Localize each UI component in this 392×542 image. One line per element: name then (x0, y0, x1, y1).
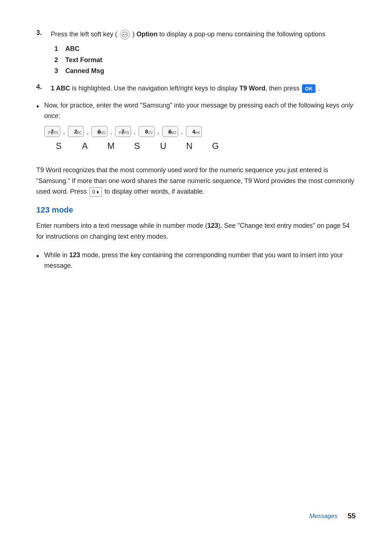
softkey-option-icon (120, 29, 130, 40)
para1-end: display other words, if available. (112, 188, 204, 195)
sep-2: , (87, 126, 89, 137)
bullet-dot-1: • (36, 100, 39, 158)
key-7pqrs-2: 7 PQRS (115, 126, 131, 137)
numbered-item-4: 4. 1 ABC is highlighted. Use the navigat… (36, 83, 356, 94)
paragraph-t9word: T9 Word recognizes that the most commonl… (36, 165, 356, 197)
key-4ghi: 4 GHI (186, 126, 202, 137)
sep-1: , (63, 126, 65, 137)
item-3-text-1: Press the left soft key ( (51, 31, 117, 38)
keys-row: 7 PQRS , 2 ABC , 6 MNO , 7 PQRS , (44, 126, 356, 137)
letter-a: A (72, 139, 98, 153)
bullet-item-123mode: • While in 123 mode, press the key conta… (36, 250, 356, 271)
letter-n: N (176, 139, 203, 153)
key-0-badge: 0 ♦ (89, 187, 102, 197)
letter-m: M (98, 139, 124, 153)
letter-s1: S (46, 139, 72, 153)
bullet-2-content: While in 123 mode, press the key contain… (44, 250, 356, 271)
key-6mno-2: 6 MNO (162, 126, 178, 137)
sub-label-textformat: Text Format (65, 54, 102, 66)
svg-point-0 (123, 34, 124, 35)
key-8tuv: 8 TUV (139, 126, 155, 137)
sep-6: , (181, 126, 183, 137)
letter-g: G (203, 139, 229, 153)
section-heading-123mode: 123 mode (36, 205, 356, 215)
numbered-item-3: 3. Press the left soft key ( ) Option to… (36, 29, 356, 77)
sep-4: , (134, 126, 136, 137)
key-2abc: 2 ABC (68, 126, 84, 137)
bullet-dot-2: • (36, 250, 39, 271)
sep-3: , (110, 126, 112, 137)
para2-123-bold: 123 (207, 222, 218, 229)
bullet-1-text: Now, for practice, enter the word "Samsu… (44, 102, 353, 120)
letter-u: U (150, 139, 176, 153)
svg-point-2 (122, 32, 128, 37)
para2-text1: Enter numbers into a text message while … (36, 222, 350, 240)
bullet-2-text: While in 123 mode, press the key contain… (44, 251, 343, 269)
sub-label-abc: ABC (65, 43, 79, 54)
item-4-content: 1 ABC is highlighted. Use the navigation… (51, 83, 356, 94)
sub-item-3: 3 Canned Msg (54, 65, 356, 77)
letters-row: S A M S U N G (44, 139, 356, 153)
para1-to: to (105, 188, 110, 195)
sub-options-list: 1 ABC 2 Text Format 3 Canned Msg (54, 43, 356, 77)
sep-5: , (158, 126, 159, 137)
key-6mno-1: 6 MNO (91, 126, 107, 137)
page-footer: Messages 55 (0, 512, 392, 520)
key-7pqrs-1: 7 PQRS (44, 126, 60, 137)
sub-item-1: 1 ABC (54, 43, 356, 54)
bullet-1-content: Now, for practice, enter the word "Samsu… (44, 100, 356, 158)
sub-item-2: 2 Text Format (54, 54, 356, 66)
option-bold: Option (136, 31, 158, 38)
item-4-text-1: 1 ABC is highlighted. Use the navigation… (51, 85, 301, 92)
bullet-item-samsung: • Now, for practice, enter the word "Sam… (36, 100, 356, 158)
item-number-4: 4. (36, 83, 46, 94)
footer-messages-label: Messages (309, 513, 337, 520)
footer-page-number: 55 (348, 512, 356, 520)
bullet2-123-bold: 123 (69, 251, 80, 259)
item-number-3: 3. (36, 29, 46, 77)
sub-label-cannedmsg: Canned Msg (65, 65, 104, 77)
paragraph-123mode: Enter numbers into a text message while … (36, 221, 356, 242)
ok-badge: OK (302, 84, 315, 93)
letter-s2: S (124, 139, 150, 153)
item-3-content: Press the left soft key ( ) Option to di… (51, 29, 356, 77)
svg-point-1 (125, 34, 127, 35)
item-4-period: . (318, 85, 320, 92)
only-once-italic: only once (44, 102, 353, 120)
item-3-text-2: ) Option to display a pop-up menu contai… (132, 31, 325, 38)
